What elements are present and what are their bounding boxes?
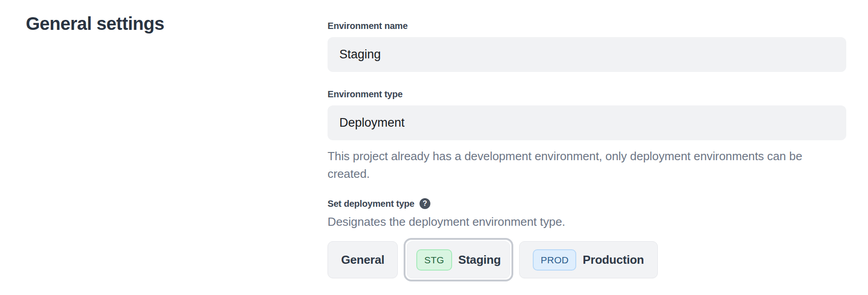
question-mark-icon[interactable]: ? xyxy=(420,198,430,209)
environment-name-input[interactable] xyxy=(328,37,846,72)
staging-badge: STG xyxy=(416,249,452,271)
settings-left-column: General settings xyxy=(0,0,328,281)
deployment-type-label: Set deployment type xyxy=(328,199,415,209)
option-production-button[interactable]: PROD Production xyxy=(519,241,657,278)
option-staging-label: Staging xyxy=(458,253,501,267)
page-title: General settings xyxy=(26,14,328,34)
option-general-label: General xyxy=(341,253,384,267)
environment-type-label: Environment type xyxy=(328,89,846,100)
option-production-label: Production xyxy=(583,253,644,267)
option-staging-selected-ring: STG Staging xyxy=(404,238,513,281)
settings-page: General settings Environment name Enviro… xyxy=(0,0,868,281)
deployment-type-options: General STG Staging PROD Production xyxy=(328,238,846,281)
environment-type-help-text: This project already has a development e… xyxy=(328,148,846,183)
production-badge: PROD xyxy=(533,249,576,271)
option-staging-button[interactable]: STG Staging xyxy=(407,241,510,278)
deployment-type-label-row: Set deployment type ? xyxy=(328,198,846,209)
environment-name-label: Environment name xyxy=(328,21,846,31)
option-general-button[interactable]: General xyxy=(328,241,398,278)
settings-form: Environment name Environment type This p… xyxy=(328,0,846,281)
environment-type-input[interactable] xyxy=(328,105,846,140)
deployment-type-description: Designates the deployment environment ty… xyxy=(328,215,846,229)
